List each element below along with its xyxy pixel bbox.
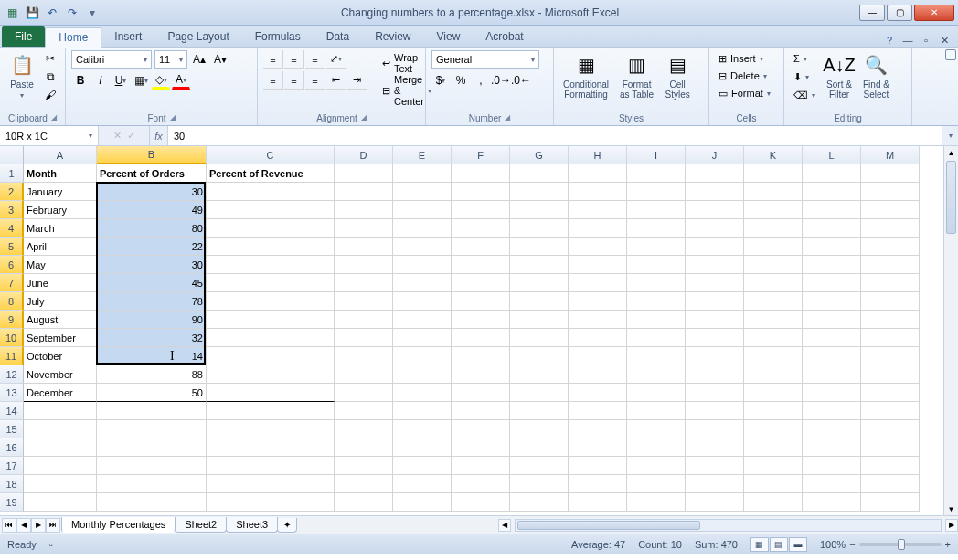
column-header-H[interactable]: H <box>569 146 627 164</box>
format-cells-button[interactable]: ▭Format▾ <box>715 85 778 101</box>
cell-A9[interactable]: August <box>24 311 97 329</box>
cell-H13[interactable] <box>569 384 627 402</box>
tab-file[interactable]: File <box>2 26 45 47</box>
macro-record-icon[interactable]: ▫ <box>49 539 53 550</box>
cell-F7[interactable] <box>452 274 510 292</box>
cell-M2[interactable] <box>861 183 920 201</box>
cell-I6[interactable] <box>627 256 686 274</box>
cell-F12[interactable] <box>452 365 510 384</box>
sheet-tab-monthly-percentages[interactable]: Monthly Percentages <box>61 517 176 533</box>
cell-B2[interactable]: 30 <box>97 183 207 201</box>
cell-A4[interactable]: March <box>24 219 97 238</box>
cell-D4[interactable] <box>335 219 393 238</box>
cell-I10[interactable] <box>627 329 686 347</box>
cell-A18[interactable] <box>24 475 97 493</box>
column-header-J[interactable]: J <box>686 146 744 164</box>
scroll-up-icon[interactable]: ▲ <box>944 146 958 159</box>
cell-F6[interactable] <box>452 256 510 274</box>
cell-J17[interactable] <box>686 457 744 475</box>
cell-A3[interactable]: February <box>24 201 97 219</box>
cell-F9[interactable] <box>452 311 510 329</box>
cell-M10[interactable] <box>861 329 920 347</box>
copy-icon[interactable]: ⧉ <box>42 69 59 85</box>
cell-B5[interactable]: 22 <box>97 238 207 256</box>
cell-J5[interactable] <box>686 238 744 256</box>
cell-A19[interactable] <box>24 493 97 512</box>
cell-M4[interactable] <box>861 219 920 238</box>
cell-E10[interactable] <box>393 329 452 347</box>
cell-J19[interactable] <box>686 493 744 512</box>
cell-G8[interactable] <box>510 292 569 311</box>
cell-G9[interactable] <box>510 311 569 329</box>
cell-M16[interactable] <box>861 438 920 457</box>
cell-L18[interactable] <box>803 475 861 493</box>
cell-I5[interactable] <box>627 238 686 256</box>
tab-review[interactable]: Review <box>362 26 423 47</box>
cell-F11[interactable] <box>452 347 510 365</box>
cell-C6[interactable] <box>207 256 335 274</box>
cell-D8[interactable] <box>335 292 393 311</box>
cell-E3[interactable] <box>393 201 452 219</box>
cell-K14[interactable] <box>744 402 803 420</box>
cell-K11[interactable] <box>744 347 803 365</box>
increase-indent-icon[interactable]: ⇥ <box>347 71 367 90</box>
cell-F4[interactable] <box>452 219 510 238</box>
row-header-1[interactable]: 1 <box>0 164 24 183</box>
cell-M17[interactable] <box>861 457 920 475</box>
underline-button[interactable]: U▾ <box>112 71 130 90</box>
zoom-in-icon[interactable]: + <box>945 539 951 550</box>
cell-B8[interactable]: 78 <box>97 292 207 311</box>
cell-D10[interactable] <box>335 329 393 347</box>
cell-A14[interactable] <box>24 402 97 420</box>
cell-K6[interactable] <box>744 256 803 274</box>
cell-L1[interactable] <box>803 164 861 183</box>
cell-A13[interactable]: December <box>24 384 97 402</box>
undo-icon[interactable]: ↶ <box>44 5 60 21</box>
row-header-17[interactable]: 17 <box>0 457 24 475</box>
column-header-I[interactable]: I <box>627 146 686 164</box>
cell-E6[interactable] <box>393 256 452 274</box>
cell-J12[interactable] <box>686 365 744 384</box>
cell-I4[interactable] <box>627 219 686 238</box>
cell-D5[interactable] <box>335 238 393 256</box>
row-header-2[interactable]: 2 <box>0 183 24 201</box>
zoom-level[interactable]: 100% <box>820 539 846 550</box>
tab-insert[interactable]: Insert <box>101 26 154 47</box>
sheet-tab-sheet3[interactable]: Sheet3 <box>226 517 278 533</box>
cell-J7[interactable] <box>686 274 744 292</box>
cell-H2[interactable] <box>569 183 627 201</box>
cell-C9[interactable] <box>207 311 335 329</box>
last-sheet-icon[interactable]: ⏭ <box>46 518 60 533</box>
cell-C11[interactable] <box>207 347 335 365</box>
column-header-C[interactable]: C <box>207 146 335 164</box>
cell-G5[interactable] <box>510 238 569 256</box>
cell-K2[interactable] <box>744 183 803 201</box>
select-all-button[interactable] <box>0 146 24 164</box>
cell-M14[interactable] <box>861 402 920 420</box>
cell-F8[interactable] <box>452 292 510 311</box>
cell-B14[interactable] <box>97 402 207 420</box>
cell-F13[interactable] <box>452 384 510 402</box>
cell-G18[interactable] <box>510 475 569 493</box>
cell-L16[interactable] <box>803 438 861 457</box>
alignment-launcher-icon[interactable]: ◢ <box>361 113 367 123</box>
column-header-M[interactable]: M <box>861 146 920 164</box>
cell-G17[interactable] <box>510 457 569 475</box>
cell-I9[interactable] <box>627 311 686 329</box>
cell-B13[interactable]: 50 <box>97 384 207 402</box>
cell-F10[interactable] <box>452 329 510 347</box>
cell-M3[interactable] <box>861 201 920 219</box>
cell-H3[interactable] <box>569 201 627 219</box>
cell-E13[interactable] <box>393 384 452 402</box>
cell-B15[interactable] <box>97 420 207 438</box>
normal-view-icon[interactable]: ▦ <box>750 537 769 552</box>
name-box[interactable]: 10R x 1C▾ <box>0 126 99 145</box>
cell-M19[interactable] <box>861 493 920 512</box>
cell-C2[interactable] <box>207 183 335 201</box>
page-layout-view-icon[interactable]: ▤ <box>770 537 788 552</box>
scroll-left-icon[interactable]: ◀ <box>498 519 511 532</box>
cell-I11[interactable] <box>627 347 686 365</box>
italic-button[interactable]: I <box>91 71 110 90</box>
cell-B16[interactable] <box>97 438 207 457</box>
cell-C15[interactable] <box>207 420 335 438</box>
